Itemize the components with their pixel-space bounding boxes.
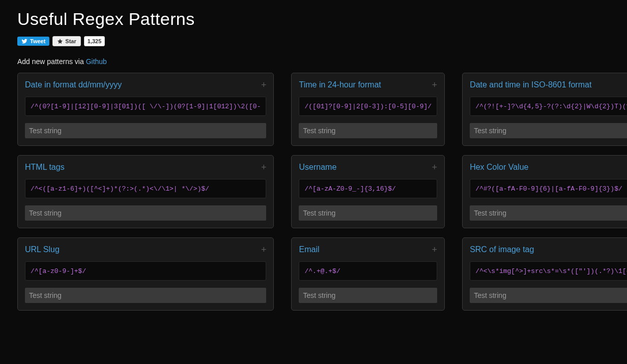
pattern-card: HTML tags + /^<([a-z1-6]+)([^<]+)*(?:>(.… — [17, 155, 274, 228]
star-count: 1,325 — [84, 36, 105, 46]
card-header: Email + — [299, 245, 437, 254]
pattern-card: SRC of image tag + /^<\s*img[^>]+src\s*=… — [462, 237, 627, 311]
plus-icon[interactable]: + — [261, 245, 267, 254]
plus-icon[interactable]: + — [432, 80, 438, 89]
test-string-input[interactable] — [25, 205, 266, 221]
card-header: HTML tags + — [25, 163, 266, 172]
star-button[interactable]: Star — [52, 36, 80, 46]
test-string-input[interactable] — [299, 123, 437, 138]
card-title-link[interactable]: Date in format dd/mm/yyyy — [25, 80, 122, 89]
card-title-link[interactable]: HTML tags — [25, 163, 65, 172]
test-string-input[interactable] — [25, 123, 266, 138]
page-title: Useful Regex Patterns — [17, 9, 610, 29]
test-string-input[interactable] — [299, 288, 437, 303]
plus-icon[interactable]: + — [261, 163, 267, 172]
test-string-input[interactable] — [299, 205, 437, 221]
card-header: Hex Color Value + — [470, 163, 627, 172]
pattern-card: Date in format dd/mm/yyyy + /^(0?[1-9]|[… — [17, 73, 274, 146]
pattern-card: Hex Color Value + /^#?([a-fA-F0-9]{6}|[a… — [462, 155, 627, 228]
github-link[interactable]: Github — [86, 57, 107, 66]
pattern-card: Email + /^.+@.+$/ — [291, 237, 445, 311]
card-header: SRC of image tag + — [470, 245, 627, 254]
card-title-link[interactable]: Email — [299, 245, 319, 254]
card-title-link[interactable]: Username — [299, 163, 336, 172]
plus-icon[interactable]: + — [261, 80, 267, 89]
card-title-link[interactable]: URL Slug — [25, 245, 60, 254]
card-header: Time in 24-hour format + — [299, 80, 437, 89]
pattern-card: Username + /^[a-zA-Z0-9_-]{3,16}$/ — [291, 155, 445, 228]
star-icon — [57, 38, 63, 44]
twitter-icon — [21, 38, 27, 44]
regex-display: /([01]?[0-9]|2[0-3]):[0-5][0-9]/ — [299, 97, 437, 116]
social-row: Tweet Star 1,325 — [17, 36, 610, 46]
card-header: URL Slug + — [25, 245, 266, 254]
pattern-card: URL Slug + /^[a-z0-9-]+$/ — [17, 237, 274, 311]
card-title-link[interactable]: Time in 24-hour format — [299, 80, 381, 89]
patterns-grid: Date in format dd/mm/yyyy + /^(0?[1-9]|[… — [17, 73, 610, 311]
regex-display: /^#?([a-fA-F0-9]{6}|[a-fA-F0-9]{3})$/ — [470, 179, 627, 198]
test-string-input[interactable] — [470, 288, 627, 303]
regex-display: /^<([a-z1-6]+)([^<]+)*(?:>(.*)<\/\1>| *\… — [25, 179, 266, 198]
test-string-input[interactable] — [25, 288, 266, 303]
card-title-link[interactable]: Hex Color Value — [470, 163, 528, 172]
pattern-card: Time in 24-hour format + /([01]?[0-9]|2[… — [291, 73, 445, 146]
test-string-input[interactable] — [470, 123, 627, 138]
regex-display: /^[a-z0-9-]+$/ — [25, 261, 266, 281]
regex-display: /^.+@.+$/ — [299, 261, 437, 281]
card-header: Date in format dd/mm/yyyy + — [25, 80, 266, 89]
tweet-button[interactable]: Tweet — [17, 37, 49, 46]
test-string-input[interactable] — [470, 205, 627, 221]
card-header: Username + — [299, 163, 437, 172]
regex-display: /^[a-zA-Z0-9_-]{3,16}$/ — [299, 179, 437, 198]
add-patterns-text: Add new patterns via Github — [17, 57, 610, 66]
plus-icon[interactable]: + — [432, 163, 438, 172]
regex-display: /^<\s*img[^>]+src\s*=\s*(["'])(.*?)\1[^>… — [470, 261, 627, 281]
card-title-link[interactable]: Date and time in ISO-8601 format — [470, 80, 591, 89]
pattern-card: Date and time in ISO-8601 format + /^(?!… — [462, 73, 627, 146]
card-title-link[interactable]: SRC of image tag — [470, 245, 534, 254]
regex-display: /^(0?[1-9]|[12][0-9]|3[01])([ \/\-])(0?[… — [25, 97, 266, 116]
tweet-label: Tweet — [30, 38, 45, 44]
subtext-prefix: Add new patterns via — [17, 57, 86, 66]
card-header: Date and time in ISO-8601 format + — [470, 80, 627, 89]
plus-icon[interactable]: + — [432, 245, 438, 254]
regex-display: /^(?![+-]?\d{4,5}-?(?:\d{2}|W\d{2})T)(?:… — [470, 97, 627, 116]
star-label: Star — [65, 38, 76, 44]
